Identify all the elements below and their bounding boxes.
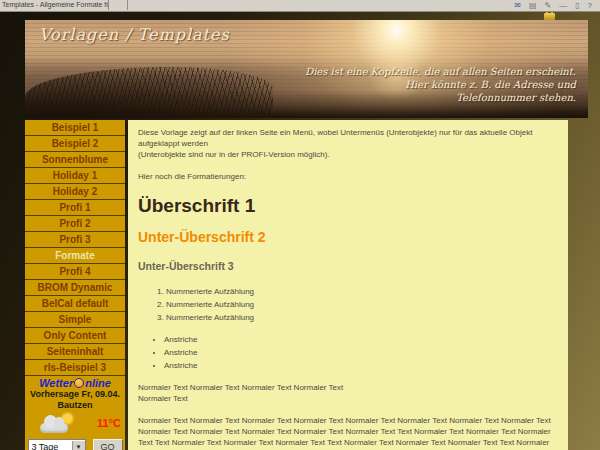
intro-paragraph: Diese Vorlage zeigt auf der linken Seite… bbox=[138, 127, 558, 160]
numbered-list-item: Nummerierte Aufzählung bbox=[166, 285, 558, 298]
forecast-date: Vorhersage Fr, 09.04. bbox=[25, 389, 125, 400]
bullet-list-item: Anstriche bbox=[164, 359, 558, 372]
sidebar-item-seiteninhalt[interactable]: Seiteninhalt bbox=[25, 344, 125, 360]
forecast-range-select[interactable]: 3 Tage ▼ bbox=[28, 439, 86, 450]
numbered-list-item: Nummerierte Aufzählung bbox=[166, 298, 558, 311]
sidebar-item-only-content[interactable]: Only Content bbox=[25, 328, 125, 344]
logo-text-wetter: Wetter bbox=[39, 377, 73, 389]
forecast-controls: 3 Tage ▼ GO bbox=[25, 439, 125, 450]
dune-grass-decoration bbox=[25, 67, 273, 118]
forecast-city: Bautzen bbox=[25, 400, 125, 411]
temperature-value: 11°C bbox=[97, 417, 121, 429]
sidebar-item-profi-3[interactable]: Profi 3 bbox=[25, 232, 125, 248]
sidebar-item-beispiel-1[interactable]: Beispiel 1 bbox=[25, 120, 125, 136]
heading-2: Unter-Überschrift 2 bbox=[138, 229, 558, 245]
formats-lead: Hier noch die Formatierungen: bbox=[138, 171, 558, 182]
normal-text-short: Normaler Text Normaler Text Normaler Tex… bbox=[138, 382, 558, 404]
sidebar-item-sonnenblume[interactable]: Sonnenblume bbox=[25, 152, 125, 168]
normal-text-long: Normaler Text Normaler Text Normaler Tex… bbox=[138, 415, 558, 450]
bullet-list: Anstriche Anstriche Anstriche bbox=[138, 333, 558, 372]
forecast-range-value: 3 Tage bbox=[29, 442, 59, 450]
sidebar-item-belcal-default[interactable]: BelCal default bbox=[25, 296, 125, 312]
lock-body bbox=[544, 13, 555, 20]
dropdown-arrow-icon[interactable]: ▼ bbox=[72, 441, 85, 450]
sidebar-item-formate[interactable]: Formate bbox=[25, 248, 125, 264]
sidebar-item-beispiel-2[interactable]: Beispiel 2 bbox=[25, 136, 125, 152]
sidebar-item-brom-dynamic[interactable]: BROM Dynamic bbox=[25, 280, 125, 296]
sidebar-item-holiday-1[interactable]: Holiday 1 bbox=[25, 168, 125, 184]
sidebar-item-simple[interactable]: Simple bbox=[25, 312, 125, 328]
bullet-list-item: Anstriche bbox=[164, 346, 558, 359]
edit-icon[interactable]: ✎ bbox=[544, 1, 551, 10]
toolbar-icons: ✉ ▤ ✎ — ▯ ? bbox=[514, 0, 592, 11]
cloud-sun-icon bbox=[39, 414, 75, 434]
sidebar-item-profi-4[interactable]: Profi 4 bbox=[25, 264, 125, 280]
heading-3: Unter-Überschrift 3 bbox=[138, 260, 558, 272]
minimize-icon[interactable]: — bbox=[559, 1, 567, 10]
wetteronline-logo[interactable]: Wetternline bbox=[25, 377, 125, 389]
go-button[interactable]: GO bbox=[93, 439, 123, 450]
sidebar-item-rls-beispiel-3[interactable]: rls-Beispiel 3 bbox=[25, 360, 125, 376]
weather-widget: Wetternline Vorhersage Fr, 09.04. Bautze… bbox=[25, 377, 125, 450]
header-banner: Vorlagen / Templates Dies ist eine Kopfz… bbox=[25, 20, 588, 118]
numbered-list: Nummerierte Aufzählung Nummerierte Aufzä… bbox=[138, 285, 558, 324]
heading-1: Überschrift 1 bbox=[138, 195, 558, 217]
logo-text-nline: nline bbox=[85, 377, 111, 389]
sidebar-item-profi-2[interactable]: Profi 2 bbox=[25, 216, 125, 232]
forecast-condition-row: 11°C bbox=[25, 413, 125, 435]
site-title: Vorlagen / Templates bbox=[39, 25, 230, 44]
sidebar-item-holiday-2[interactable]: Holiday 2 bbox=[25, 184, 125, 200]
page-icon[interactable]: ▯ bbox=[575, 1, 579, 10]
window-title-fragment: Templates - Allgemeine Formate für Texte… bbox=[0, 0, 109, 10]
help-icon[interactable]: ? bbox=[588, 1, 592, 10]
sidebar-item-profi-1[interactable]: Profi 1 bbox=[25, 200, 125, 216]
header-tagline: Dies ist eine Kopfzeile, die auf allen S… bbox=[305, 65, 576, 104]
toolbar-divider bbox=[107, 0, 128, 10]
main-content: Diese Vorlage zeigt auf der linken Seite… bbox=[128, 120, 568, 450]
bullet-list-item: Anstriche bbox=[164, 333, 558, 346]
browser-toolbar: Templates - Allgemeine Formate für Texte… bbox=[0, 0, 600, 12]
print-icon[interactable]: ▤ bbox=[529, 1, 537, 10]
wetteronline-sun-o-icon bbox=[74, 378, 84, 388]
screen: Templates - Allgemeine Formate für Texte… bbox=[0, 0, 600, 450]
numbered-list-item: Nummerierte Aufzählung bbox=[166, 311, 558, 324]
mail-icon[interactable]: ✉ bbox=[514, 1, 521, 10]
